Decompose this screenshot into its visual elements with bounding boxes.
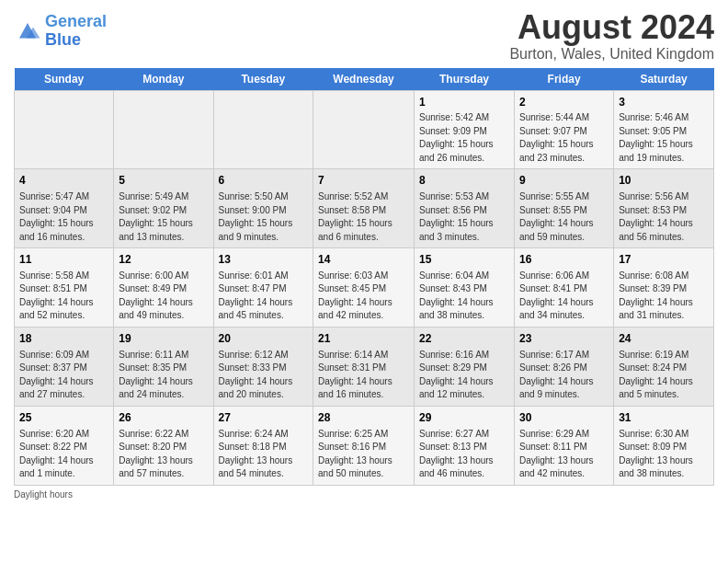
day-info: Sunrise: 5:50 AM Sunset: 9:00 PM Dayligh…: [219, 190, 309, 244]
day-info: Sunrise: 5:49 AM Sunset: 9:02 PM Dayligh…: [119, 190, 208, 244]
day-number: 16: [519, 252, 609, 268]
calendar-cell: 31Sunrise: 6:30 AM Sunset: 8:09 PM Dayli…: [614, 406, 714, 485]
calendar-cell: 6Sunrise: 5:50 AM Sunset: 9:00 PM Daylig…: [213, 169, 313, 248]
day-number: 26: [119, 410, 208, 426]
day-info: Sunrise: 6:06 AM Sunset: 8:41 PM Dayligh…: [519, 270, 609, 323]
calendar-day-header: Thursday: [414, 68, 514, 91]
day-number: 6: [219, 173, 309, 189]
day-number: 11: [19, 252, 108, 268]
day-info: Sunrise: 6:01 AM Sunset: 8:47 PM Dayligh…: [219, 270, 309, 323]
day-info: Sunrise: 5:58 AM Sunset: 8:51 PM Dayligh…: [19, 270, 108, 323]
day-info: Sunrise: 6:27 AM Sunset: 8:13 PM Dayligh…: [419, 428, 509, 481]
calendar-cell: 23Sunrise: 6:17 AM Sunset: 8:26 PM Dayli…: [514, 327, 613, 406]
calendar-day-header: Saturday: [614, 68, 714, 91]
logo-text: General Blue: [45, 13, 107, 50]
calendar-cell: 5Sunrise: 5:49 AM Sunset: 9:02 PM Daylig…: [114, 169, 213, 248]
day-info: Sunrise: 5:53 AM Sunset: 8:56 PM Dayligh…: [419, 190, 509, 244]
calendar-table: SundayMondayTuesdayWednesdayThursdayFrid…: [14, 68, 714, 486]
day-number: 19: [119, 331, 208, 347]
day-info: Sunrise: 6:12 AM Sunset: 8:33 PM Dayligh…: [219, 349, 309, 402]
day-info: Sunrise: 5:47 AM Sunset: 9:04 PM Dayligh…: [19, 190, 108, 244]
calendar-cell: [15, 90, 114, 169]
logo: General Blue: [14, 13, 107, 50]
day-number: 14: [318, 252, 409, 268]
subtitle: Burton, Wales, United Kingdom: [509, 46, 714, 63]
day-number: 17: [619, 252, 709, 268]
calendar-cell: 1Sunrise: 5:42 AM Sunset: 9:09 PM Daylig…: [414, 90, 514, 169]
day-info: Sunrise: 6:04 AM Sunset: 8:43 PM Dayligh…: [419, 270, 509, 323]
calendar-cell: 16Sunrise: 6:06 AM Sunset: 8:41 PM Dayli…: [514, 248, 613, 327]
calendar-cell: 10Sunrise: 5:56 AM Sunset: 8:53 PM Dayli…: [614, 169, 714, 248]
day-number: 24: [619, 331, 709, 347]
day-number: 4: [19, 173, 108, 189]
calendar-week-row: 4Sunrise: 5:47 AM Sunset: 9:04 PM Daylig…: [15, 169, 714, 248]
main-container: General Blue August 2024 Burton, Wales, …: [0, 0, 728, 509]
day-number: 2: [519, 95, 609, 110]
calendar-cell: 9Sunrise: 5:55 AM Sunset: 8:55 PM Daylig…: [514, 169, 613, 248]
day-info: Sunrise: 6:08 AM Sunset: 8:39 PM Dayligh…: [619, 270, 709, 323]
day-info: Sunrise: 6:22 AM Sunset: 8:20 PM Dayligh…: [119, 428, 208, 481]
calendar-cell: [213, 90, 313, 169]
day-info: Sunrise: 6:19 AM Sunset: 8:24 PM Dayligh…: [619, 349, 709, 402]
calendar-day-header: Wednesday: [313, 68, 415, 91]
day-number: 9: [519, 173, 609, 189]
day-number: 30: [519, 410, 609, 426]
footer-text: Daylight hours: [14, 489, 73, 500]
calendar-week-row: 18Sunrise: 6:09 AM Sunset: 8:37 PM Dayli…: [15, 327, 714, 406]
calendar-cell: 29Sunrise: 6:27 AM Sunset: 8:13 PM Dayli…: [414, 406, 514, 485]
calendar-day-header: Monday: [114, 68, 213, 91]
calendar-cell: 2Sunrise: 5:44 AM Sunset: 9:07 PM Daylig…: [514, 90, 613, 169]
day-info: Sunrise: 6:20 AM Sunset: 8:22 PM Dayligh…: [19, 428, 108, 481]
day-info: Sunrise: 6:24 AM Sunset: 8:18 PM Dayligh…: [219, 428, 309, 481]
calendar-day-header: Friday: [514, 68, 613, 91]
day-number: 8: [419, 173, 509, 189]
day-number: 5: [119, 173, 208, 189]
day-number: 31: [619, 410, 709, 426]
day-number: 1: [419, 95, 509, 110]
day-info: Sunrise: 6:11 AM Sunset: 8:35 PM Dayligh…: [119, 349, 208, 402]
day-number: 10: [619, 173, 709, 189]
day-number: 7: [318, 173, 409, 189]
day-info: Sunrise: 6:29 AM Sunset: 8:11 PM Dayligh…: [519, 428, 609, 481]
header: General Blue August 2024 Burton, Wales, …: [14, 9, 714, 63]
calendar-week-row: 25Sunrise: 6:20 AM Sunset: 8:22 PM Dayli…: [15, 406, 714, 485]
calendar-cell: [313, 90, 415, 169]
calendar-cell: 14Sunrise: 6:03 AM Sunset: 8:45 PM Dayli…: [313, 248, 415, 327]
calendar-cell: [114, 90, 213, 169]
day-number: 29: [419, 410, 509, 426]
day-info: Sunrise: 6:16 AM Sunset: 8:29 PM Dayligh…: [419, 349, 509, 402]
calendar-cell: 26Sunrise: 6:22 AM Sunset: 8:20 PM Dayli…: [114, 406, 213, 485]
calendar-cell: 20Sunrise: 6:12 AM Sunset: 8:33 PM Dayli…: [213, 327, 313, 406]
day-number: 25: [19, 410, 108, 426]
calendar-week-row: 11Sunrise: 5:58 AM Sunset: 8:51 PM Dayli…: [15, 248, 714, 327]
day-number: 22: [419, 331, 509, 347]
calendar-cell: 19Sunrise: 6:11 AM Sunset: 8:35 PM Dayli…: [114, 327, 213, 406]
calendar-cell: 13Sunrise: 6:01 AM Sunset: 8:47 PM Dayli…: [213, 248, 313, 327]
day-info: Sunrise: 5:42 AM Sunset: 9:09 PM Dayligh…: [419, 111, 509, 165]
calendar-cell: 7Sunrise: 5:52 AM Sunset: 8:58 PM Daylig…: [313, 169, 415, 248]
calendar-cell: 18Sunrise: 6:09 AM Sunset: 8:37 PM Dayli…: [15, 327, 114, 406]
day-number: 15: [419, 252, 509, 268]
calendar-cell: 15Sunrise: 6:04 AM Sunset: 8:43 PM Dayli…: [414, 248, 514, 327]
calendar-day-header: Sunday: [15, 68, 114, 91]
calendar-cell: 22Sunrise: 6:16 AM Sunset: 8:29 PM Dayli…: [414, 327, 514, 406]
calendar-cell: 8Sunrise: 5:53 AM Sunset: 8:56 PM Daylig…: [414, 169, 514, 248]
calendar-cell: 28Sunrise: 6:25 AM Sunset: 8:16 PM Dayli…: [313, 406, 415, 485]
calendar-cell: 25Sunrise: 6:20 AM Sunset: 8:22 PM Dayli…: [15, 406, 114, 485]
day-number: 12: [119, 252, 208, 268]
day-info: Sunrise: 6:30 AM Sunset: 8:09 PM Dayligh…: [619, 428, 709, 481]
calendar-day-header: Tuesday: [213, 68, 313, 91]
day-info: Sunrise: 6:14 AM Sunset: 8:31 PM Dayligh…: [318, 349, 409, 402]
calendar-week-row: 1Sunrise: 5:42 AM Sunset: 9:09 PM Daylig…: [15, 90, 714, 169]
day-info: Sunrise: 6:25 AM Sunset: 8:16 PM Dayligh…: [318, 428, 409, 481]
calendar-cell: 3Sunrise: 5:46 AM Sunset: 9:05 PM Daylig…: [614, 90, 714, 169]
calendar-cell: 12Sunrise: 6:00 AM Sunset: 8:49 PM Dayli…: [114, 248, 213, 327]
calendar-cell: 11Sunrise: 5:58 AM Sunset: 8:51 PM Dayli…: [15, 248, 114, 327]
title-block: August 2024 Burton, Wales, United Kingdo…: [509, 9, 714, 63]
footer: Daylight hours: [14, 489, 714, 500]
day-info: Sunrise: 5:52 AM Sunset: 8:58 PM Dayligh…: [318, 190, 409, 244]
day-info: Sunrise: 6:03 AM Sunset: 8:45 PM Dayligh…: [318, 270, 409, 323]
day-number: 18: [19, 331, 108, 347]
calendar-cell: 27Sunrise: 6:24 AM Sunset: 8:18 PM Dayli…: [213, 406, 313, 485]
calendar-cell: 4Sunrise: 5:47 AM Sunset: 9:04 PM Daylig…: [15, 169, 114, 248]
